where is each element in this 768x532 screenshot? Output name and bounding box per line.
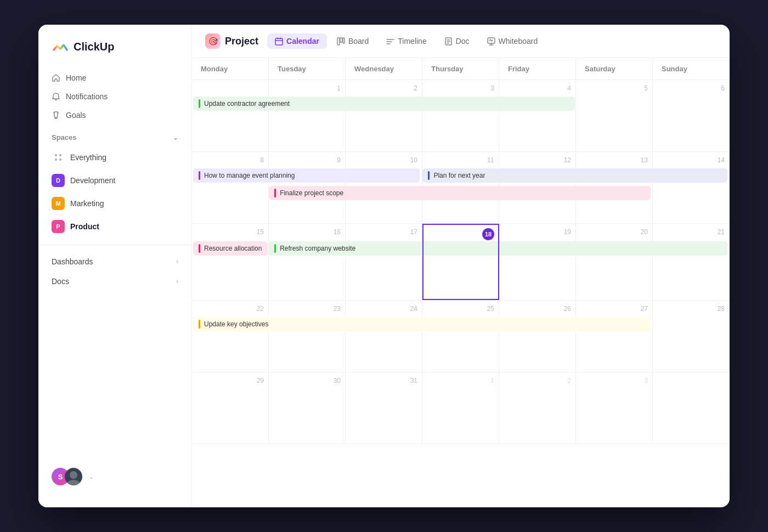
tab-doc-label: Doc — [456, 37, 470, 46]
sidebar: ClickUp Home Notifications Goals — [38, 25, 192, 507]
whiteboard-tab-icon — [487, 37, 495, 46]
docs-label: Docs — [52, 277, 69, 286]
spaces-list: Everything D Development M Marketing P P… — [38, 146, 191, 238]
cell-w4-mon[interactable]: 22 — [192, 301, 269, 372]
docs-arrow-icon: › — [176, 278, 178, 285]
tab-calendar-label: Calendar — [286, 37, 319, 46]
tab-whiteboard[interactable]: Whiteboard — [479, 33, 546, 49]
tab-board[interactable]: Board — [329, 33, 376, 49]
docs-section[interactable]: Docs › — [38, 271, 191, 291]
svg-point-3 — [59, 159, 61, 161]
cell-w4-wed[interactable]: 24 — [346, 301, 422, 372]
sidebar-footer: S ⌄ — [38, 459, 191, 494]
cell-w5-thu[interactable]: 1 — [422, 372, 499, 444]
space-product[interactable]: P Product — [45, 215, 185, 238]
svg-point-2 — [55, 159, 57, 161]
space-marketing-label: Marketing — [70, 199, 104, 208]
cell-w4-thu[interactable]: 25 — [422, 301, 499, 372]
doc-tab-icon — [444, 37, 453, 46]
tab-calendar[interactable]: Calendar — [267, 33, 327, 49]
tab-timeline-label: Timeline — [398, 37, 426, 46]
event-finalize-project-scope[interactable]: Finalize project scope — [269, 186, 651, 200]
product-badge: P — [52, 220, 65, 233]
event-update-key-objectives[interactable]: Update key objectives — [193, 317, 651, 331]
cell-w1-sun[interactable]: 6 — [653, 80, 730, 151]
day-header-monday: Monday — [192, 58, 269, 80]
cell-w5-mon[interactable]: 29 — [192, 372, 269, 444]
cell-w3-wed[interactable]: 17 — [346, 224, 422, 300]
cell-w5-sun[interactable] — [653, 372, 730, 444]
project-title-area: 🎯 Project — [205, 33, 258, 49]
space-product-label: Product — [70, 222, 99, 231]
cell-w1-tue[interactable]: 1 — [269, 80, 346, 151]
nav-section: Home Notifications Goals — [38, 69, 191, 124]
event-refresh-website[interactable]: Refresh company website — [269, 241, 727, 256]
cell-w3-mon[interactable]: 15 — [192, 224, 269, 300]
day-header-saturday: Saturday — [576, 58, 653, 80]
cell-w3-tue[interactable]: 16 — [269, 224, 346, 300]
spaces-collapse-icon[interactable]: ⌄ — [173, 134, 178, 142]
cell-w4-fri[interactable]: 26 — [499, 301, 576, 372]
tab-board-label: Board — [348, 37, 369, 46]
footer-chevron-icon[interactable]: ⌄ — [89, 473, 94, 480]
cell-w1-wed[interactable]: 2 — [346, 80, 422, 151]
day-header-friday: Friday — [499, 58, 576, 80]
cell-w5-wed[interactable]: 31 — [346, 372, 422, 444]
svg-point-4 — [70, 471, 77, 479]
cell-w2-sun[interactable]: 14 — [653, 152, 730, 223]
nav-notifications[interactable]: Notifications — [45, 87, 185, 106]
nav-goals[interactable]: Goals — [45, 106, 185, 124]
divider — [38, 245, 191, 245]
cell-w3-thu[interactable]: 18 — [422, 224, 499, 300]
week-5: 29 30 31 1 2 3 — [192, 372, 730, 444]
cell-w1-sat[interactable]: 5 — [576, 80, 653, 151]
space-development[interactable]: D Development — [45, 169, 185, 192]
svg-point-5 — [67, 480, 80, 485]
event-update-contractor[interactable]: Update contractor agreement — [193, 97, 575, 111]
cell-w5-sat[interactable]: 3 — [576, 372, 653, 444]
nav-home[interactable]: Home — [45, 69, 185, 87]
cell-w5-fri[interactable]: 2 — [499, 372, 576, 444]
cell-w1-mon[interactable] — [192, 80, 269, 151]
app-window: ClickUp Home Notifications Goals — [38, 25, 730, 507]
logo-area: ClickUp — [38, 38, 191, 69]
event-resource-allocation[interactable]: Resource allocation — [193, 241, 268, 256]
week-2: 8 9 10 11 12 13 14 How to manage event p… — [192, 152, 730, 224]
everything-icon — [52, 151, 65, 164]
home-icon — [52, 73, 60, 82]
cell-w1-fri[interactable]: 4 — [499, 80, 576, 151]
cell-w3-sat[interactable]: 20 — [576, 224, 653, 300]
day-header-tuesday: Tuesday — [269, 58, 346, 80]
calendar-header: Monday Tuesday Wednesday Thursday Friday… — [192, 58, 730, 80]
space-everything-label: Everything — [70, 153, 106, 162]
trophy-icon — [52, 111, 60, 120]
event-plan-next-year[interactable]: Plan for next year — [422, 168, 727, 183]
cell-w4-tue[interactable]: 23 — [269, 301, 346, 372]
space-everything[interactable]: Everything — [45, 146, 185, 169]
week-1: 1 2 3 4 5 6 Update contractor agreement — [192, 80, 730, 152]
cell-w4-sat[interactable]: 27 — [576, 301, 653, 372]
cell-w1-thu[interactable]: 3 — [422, 80, 499, 151]
cell-w3-sun[interactable]: 21 — [653, 224, 730, 300]
event-manage-event-planning[interactable]: How to manage event planning — [193, 168, 420, 183]
cell-w2-mon[interactable]: 8 — [192, 152, 269, 223]
cell-w4-sun[interactable]: 28 — [653, 301, 730, 372]
project-title: Project — [225, 36, 258, 47]
svg-point-0 — [55, 154, 57, 156]
tab-timeline[interactable]: Timeline — [379, 33, 434, 49]
cell-w5-tue[interactable]: 30 — [269, 372, 346, 444]
dashboards-section[interactable]: Dashboards › — [38, 252, 191, 271]
tab-doc[interactable]: Doc — [437, 33, 477, 49]
main-content: 🎯 Project Calendar Board — [192, 25, 730, 507]
space-development-label: Development — [70, 176, 116, 185]
cell-w3-fri[interactable]: 19 — [499, 224, 576, 300]
topbar: 🎯 Project Calendar Board — [192, 25, 730, 58]
board-tab-icon — [337, 37, 345, 46]
development-badge: D — [52, 174, 65, 187]
project-icon: 🎯 — [205, 33, 221, 49]
space-marketing[interactable]: M Marketing — [45, 192, 185, 215]
avatar-user2 — [65, 468, 82, 485]
calendar-tab-icon — [275, 37, 283, 46]
nav-home-label: Home — [66, 73, 86, 82]
svg-rect-9 — [343, 38, 345, 43]
